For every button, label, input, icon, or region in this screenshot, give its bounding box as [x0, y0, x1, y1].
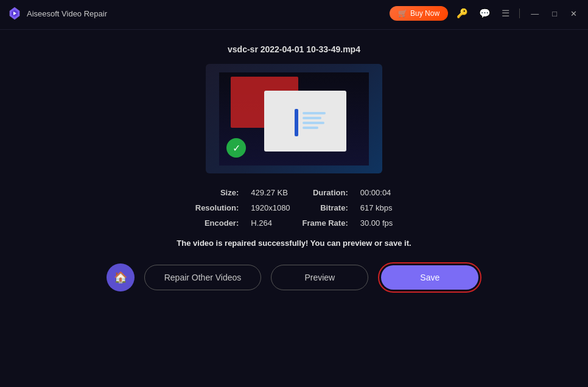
preview-button[interactable]: Preview — [271, 265, 368, 290]
home-icon: 🏠 — [114, 271, 127, 284]
thumb-line-4 — [303, 127, 318, 129]
save-button-wrapper: Save — [378, 262, 481, 293]
thumb-line-2 — [303, 117, 321, 119]
video-info: Size: 429.27 KB Duration: 00:00:04 Resol… — [195, 188, 393, 228]
repair-other-label: Repair Other Videos — [164, 273, 242, 282]
maximize-button[interactable]: □ — [548, 8, 561, 19]
video-thumbnail-wrapper: ✓ — [206, 64, 382, 173]
buy-now-button[interactable]: 🛒 Buy Now — [390, 6, 448, 21]
app-title: Aiseesoft Video Repair — [27, 9, 107, 18]
encoder-value: H.264 — [251, 218, 290, 228]
title-divider — [519, 9, 520, 18]
size-value: 429.27 KB — [251, 188, 290, 197]
main-content: vsdc-sr 2022-04-01 10-33-49.mp4 ✓ — [0, 32, 588, 305]
video-thumbnail: ✓ — [206, 64, 382, 173]
bitrate-value: 617 kbps — [360, 203, 393, 212]
framerate-value: 30.00 fps — [360, 218, 393, 228]
resolution-value: 1920x1080 — [251, 203, 290, 212]
resolution-label: Resolution: — [195, 203, 239, 212]
framerate-label: Frame Rate: — [303, 218, 348, 228]
key-icon[interactable]: 🔑 — [454, 7, 471, 20]
size-label: Size: — [195, 188, 239, 197]
title-separator — [0, 29, 588, 30]
thumb-line-3 — [303, 122, 324, 124]
minimize-button[interactable]: — — [527, 8, 542, 19]
bottom-buttons: 🏠 Repair Other Videos Preview Save — [107, 262, 482, 293]
thumb-line-1 — [303, 112, 326, 114]
app-logo-icon — [7, 6, 22, 21]
save-button[interactable]: Save — [381, 265, 478, 290]
home-button[interactable]: 🏠 — [107, 263, 135, 291]
title-bar-left: Aiseesoft Video Repair — [7, 6, 107, 21]
close-button[interactable]: ✕ — [567, 8, 581, 19]
title-bar-right: 🛒 Buy Now 🔑 💬 ☰ — □ ✕ — [390, 6, 581, 21]
menu-icon[interactable]: ☰ — [499, 7, 512, 20]
video-filename: vsdc-sr 2022-04-01 10-33-49.mp4 — [228, 44, 360, 54]
cart-icon: 🛒 — [398, 9, 407, 18]
repair-other-videos-button[interactable]: Repair Other Videos — [144, 265, 262, 290]
chat-icon[interactable]: 💬 — [477, 7, 493, 20]
success-message: The video is repaired successfully! You … — [177, 239, 411, 248]
thumbnail-content: ✓ — [219, 72, 369, 166]
buy-now-label: Buy Now — [410, 9, 439, 18]
duration-value: 00:00:04 — [360, 188, 393, 197]
encoder-label: Encoder: — [195, 218, 239, 228]
duration-label: Duration: — [303, 188, 348, 197]
thumb-ui-lines — [303, 112, 331, 129]
title-bar: Aiseesoft Video Repair 🛒 Buy Now 🔑 💬 ☰ —… — [0, 0, 588, 27]
thumb-ui-white — [264, 91, 347, 151]
bitrate-label: Bitrate: — [303, 203, 348, 212]
thumb-ui-blue-bar — [295, 109, 298, 136]
save-label: Save — [420, 273, 439, 282]
preview-label: Preview — [304, 273, 335, 282]
